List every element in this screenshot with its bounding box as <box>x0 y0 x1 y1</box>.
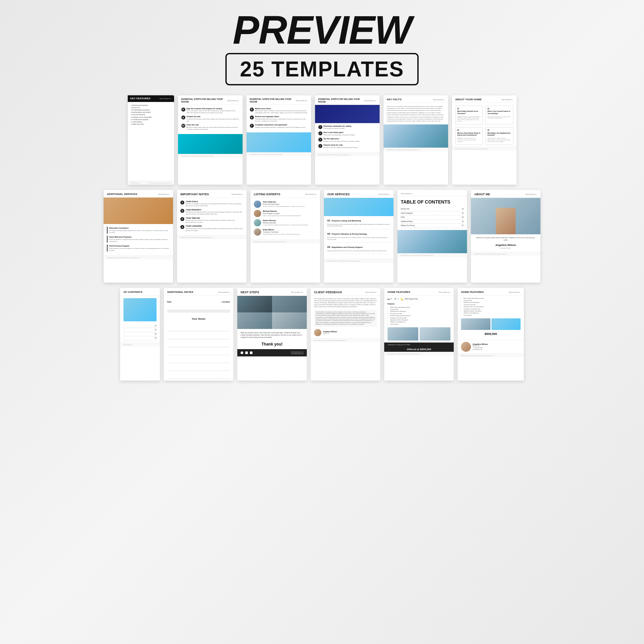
about-your-home-title: ABOUT YOUR HOME <box>455 98 482 101</box>
client-feedback-intro: We sincerely value the feedback of our c… <box>314 298 377 308</box>
key-facts-card: KEY FACTS Real Estate Inc. In this secti… <box>384 95 448 185</box>
row-3: OF CONTENTS ...10 ...15 ...20 ...25 Real… <box>120 288 524 381</box>
expert-avatar-4 <box>254 228 261 236</box>
about-me-logo: Real Estate Inc. <box>526 193 537 195</box>
hf1-price: Offered at $900,000 <box>384 347 454 352</box>
about-me-footer: Real Estate Inc. | Home Buyer Guide | yo… <box>471 252 540 256</box>
essential-steps-2-footer: Real Estate Inc. | Home Buyer Guide | yo… <box>247 152 311 156</box>
additional-notes-location-label: Location <box>222 300 230 303</box>
toc-footer: Real Estate Inc. | Home Buyer Guide | yo… <box>397 253 467 257</box>
additional-notes-card: ADDITIONAL NOTES Real Estate Inc. Date L… <box>164 288 233 381</box>
phone-icon <box>241 351 243 354</box>
additional-notes-date-label: Date <box>167 300 171 303</box>
key-features-title: KEY FEATURES <box>130 97 151 100</box>
hf1-footer: Real Estate Inc. | Home Buyer Guide | yo… <box>384 352 454 356</box>
toc-logo: Real Estate Inc. <box>401 193 412 195</box>
essential-steps-1-card: ESSENTIAL STEPS FOR SELLING YOUR HOUSE R… <box>178 95 243 185</box>
hf2-agent-section: Angelina Wilson REALTOR +1 234 567 8910 … <box>458 340 524 353</box>
hf2-photo-1 <box>461 318 490 330</box>
next-steps-website: www.mywebsite.com <box>291 353 303 354</box>
key-facts-image <box>384 124 448 148</box>
about-your-home-logo: Real Estate Inc. <box>501 99 513 101</box>
about-your-home-footer: Real Estate Inc. | Home Buyer Guide | yo… <box>452 147 517 151</box>
our-services-image <box>324 198 393 216</box>
next-steps-title: NEXT STEPS <box>241 291 259 294</box>
hf2-email: yourwebsite.com <box>473 348 488 350</box>
essential-steps-3-card: ESSENTIAL STEPS FOR SELLING YOUR HOUSE R… <box>315 95 380 185</box>
additional-services-image <box>104 198 173 224</box>
feedback-avatar <box>314 329 321 336</box>
home-features-1-title: HOME FEATURES <box>388 291 410 294</box>
hf1-address: 123 Anywhere St., Any City, ST 12345 <box>388 344 410 345</box>
toc-image <box>397 230 467 253</box>
additional-notes-title: ADDITIONAL NOTES <box>167 291 193 294</box>
hf2-agent-avatar <box>461 342 471 352</box>
our-services-logo: Real Estate Inc. <box>379 193 390 195</box>
essential-steps-1-title: ESSENTIAL STEPS FOR SELLING YOUR HOUSE <box>181 98 224 103</box>
next-steps-body: Begin your property search, work closely… <box>241 332 303 339</box>
important-notes-card: IMPORTANT NOTES Real Estate Inc. 1 YOUR … <box>177 190 247 283</box>
client-feedback-title: CLIENT FEEDBACK <box>314 291 342 294</box>
next-steps-images <box>237 296 307 329</box>
main-container: PREVIEW 25 TEMPLATES KEY FEATURES Real E… <box>0 0 644 644</box>
key-facts-footer: Real Estate Inc. | Home Buyer Guide | yo… <box>384 148 448 152</box>
web-icon <box>250 351 253 354</box>
essential-steps-1-footer: Real Estate Inc. | Home Buyer Guide | yo… <box>178 154 243 158</box>
hf2-price: $900,000 <box>461 332 521 337</box>
row-2: ADDITIONAL SERVICES Real Estate Inc. Rel… <box>104 190 540 283</box>
additional-notes-logo: Real Estate Inc. <box>218 291 230 293</box>
expert-avatar-1 <box>254 201 261 208</box>
additional-services-footer: Real Estate Inc. | Home Buyer Guide | yo… <box>104 255 173 259</box>
about-me-agent-title: REALTOR <box>474 247 537 250</box>
toc-title: TABLE OF CONTENTS <box>401 200 464 205</box>
key-facts-body: In this section, we provide you with imp… <box>387 106 445 122</box>
client-feedback-footer: Real Estate Inc. | Home Buyer Guide | yo… <box>311 338 380 342</box>
our-services-card: OUR SERVICES Real Estate Inc. 01 Propert… <box>324 190 393 283</box>
about-me-card: ABOUT ME Real Estate Inc. Welcome to a j… <box>471 190 540 283</box>
about-me-image <box>471 198 540 234</box>
templates-badge: 25 TEMPLATES <box>225 53 419 85</box>
essential-steps-2-card: ESSENTIAL STEPS FOR SELLING YOUR HOUSE R… <box>247 95 311 185</box>
about-me-title: ABOUT ME <box>474 193 490 196</box>
essential-steps-2-image <box>247 132 311 152</box>
key-facts-logo: Real Estate Inc. <box>433 99 444 101</box>
listing-experts-card: LISTING EXPERTS Real Estate Inc. John An… <box>251 190 320 283</box>
feedback-agent-title: REALTOR <box>323 333 337 335</box>
hf1-bathrooms: 2 <box>398 298 399 300</box>
templates-grid: KEY FEATURES Real Estate Inc. ▸ Remove p… <box>7 95 637 381</box>
additional-notes-your-notes: Your Notes <box>167 317 230 321</box>
key-features-card: KEY FEATURES Real Estate Inc. ▸ Remove p… <box>128 95 174 185</box>
important-notes-logo: Real Estate Inc. <box>232 193 243 195</box>
client-feedback-text: Client feedback encompasses numerous asp… <box>316 311 375 326</box>
essential-steps-2-title: ESSENTIAL STEPS FOR SELLING YOUR HOUSE <box>250 98 293 103</box>
hf1-photo-2 <box>420 327 450 341</box>
important-notes-footer: Real Estate Inc. | Home Buyer Guide | yo… <box>177 235 247 239</box>
listing-experts-footer: Real Estate Inc. | Home Buyer Guide | yo… <box>251 240 320 244</box>
toc-partial-footer: Real Estate Inc. <box>120 343 160 346</box>
additional-services-logo: Real Estate Inc. <box>158 193 170 195</box>
home-features-1-logo: Real Estate Inc. <box>439 291 450 293</box>
home-features-2-logo: Real Estate Inc. <box>509 291 521 293</box>
expert-avatar-3 <box>254 219 261 226</box>
essential-steps-2-logo: Real Estate Inc. <box>296 100 307 102</box>
essential-steps-3-image <box>315 105 380 123</box>
essential-steps-3-title: ESSENTIAL STEPS FOR SELLING YOUR HOUSE <box>318 98 361 103</box>
next-steps-logo: Real Estates Inc. <box>291 291 303 293</box>
toc-partial-title: OF CONTENTS <box>123 291 142 294</box>
our-services-footer: Real Estate Inc. | Home Buyer Guide | yo… <box>324 259 393 263</box>
next-steps-contact: info@mywebsite.com www.mywebsite.com <box>237 349 307 356</box>
hf1-bedrooms: 3 <box>391 298 392 300</box>
about-me-name: Angelina Wilson <box>474 243 537 247</box>
expert-avatar-2 <box>254 210 261 217</box>
key-facts-title: KEY FACTS <box>387 98 402 101</box>
templates-count: 25 TEMPLATES <box>240 57 404 81</box>
additional-services-title: ADDITIONAL SERVICES <box>107 193 137 196</box>
hf2-footer: Real Estate Inc. | Home Buyer Guide | yo… <box>458 353 524 357</box>
our-services-title: OUR SERVICES <box>327 193 350 196</box>
essential-steps-3-logo: Real Estate Inc. <box>364 100 376 102</box>
key-features-footer: Real Estate Inc. Home Buyer Guide | your… <box>128 181 174 185</box>
essential-steps-1-logo: Real Estate Inc. <box>227 100 239 102</box>
next-steps-thank-you: Thank you! <box>241 341 303 347</box>
listing-experts-title: LISTING EXPERTS <box>254 193 280 196</box>
about-your-home-card: ABOUT YOUR HOME Real Estate Inc. 01 What… <box>452 95 517 185</box>
